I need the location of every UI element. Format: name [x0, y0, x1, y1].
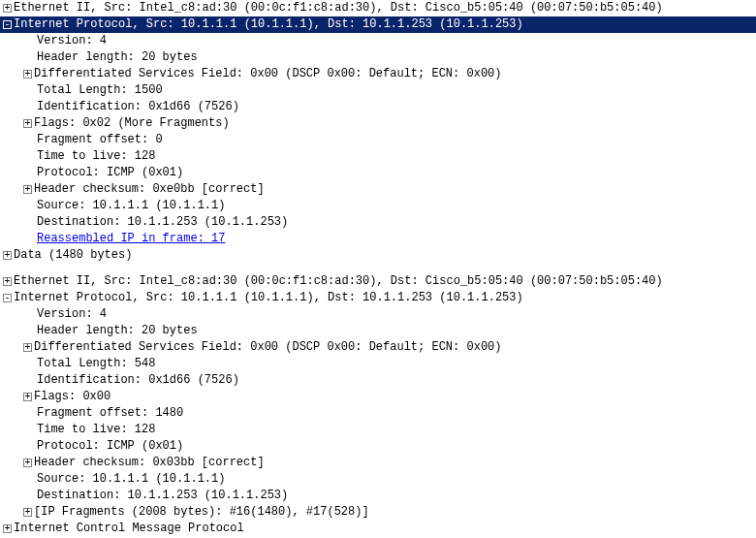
packet-details-pane: + Ethernet II, Src: Intel_c8:ad:30 (00:0… [0, 0, 756, 537]
flags-field: Flags: 0x02 (More Fragments) [34, 115, 230, 132]
field-row[interactable]: Reassembled IP in frame: 17 [0, 231, 756, 247]
expand-icon[interactable]: + [3, 277, 12, 286]
field-row[interactable]: Protocol: ICMP (0x01) [0, 165, 756, 181]
expand-icon[interactable]: + [23, 343, 32, 352]
field-row[interactable]: + Header checksum: 0xe0bb [correct] [0, 181, 756, 198]
version-field: Version: 4 [37, 33, 107, 49]
field-row[interactable]: Header length: 20 bytes [0, 323, 756, 339]
field-row[interactable]: + Flags: 0x02 (More Fragments) [0, 115, 756, 132]
ttl-field: Time to live: 128 [37, 422, 155, 438]
fragment-offset-field: Fragment offset: 0 [37, 132, 163, 148]
ethernet-header-text: Ethernet II, Src: Intel_c8:ad:30 (00:0c:… [14, 273, 663, 290]
identification-field: Identification: 0x1d66 (7526) [37, 99, 239, 115]
fragments-field: [IP Fragments (2008 bytes): #16(1480), #… [34, 504, 369, 521]
expand-icon[interactable]: + [23, 508, 32, 517]
ip-header-text: Internet Protocol, Src: 10.1.1.1 (10.1.1… [14, 16, 523, 33]
total-length-field: Total Length: 1500 [37, 82, 163, 99]
field-row[interactable]: Time to live: 128 [0, 148, 756, 165]
total-length-field: Total Length: 548 [37, 356, 155, 372]
source-field: Source: 10.1.1.1 (10.1.1.1) [37, 198, 225, 214]
field-row[interactable]: Total Length: 1500 [0, 82, 756, 99]
field-row[interactable]: + Differentiated Services Field: 0x00 (D… [0, 339, 756, 356]
dsf-field: Differentiated Services Field: 0x00 (DSC… [34, 339, 501, 356]
version-field: Version: 4 [37, 306, 107, 323]
field-row[interactable]: Identification: 0x1d66 (7526) [0, 372, 756, 389]
header-length-field: Header length: 20 bytes [37, 323, 198, 339]
identification-field: Identification: 0x1d66 (7526) [37, 372, 239, 389]
ethernet-header-row[interactable]: + Ethernet II, Src: Intel_c8:ad:30 (00:0… [0, 273, 756, 290]
expand-icon[interactable]: + [3, 251, 12, 260]
destination-field: Destination: 10.1.1.253 (10.1.1.253) [37, 214, 288, 231]
icmp-header-row[interactable]: + Internet Control Message Protocol [0, 521, 756, 537]
field-row[interactable]: Version: 4 [0, 33, 756, 49]
field-row[interactable]: Header length: 20 bytes [0, 49, 756, 66]
field-row[interactable]: Fragment offset: 1480 [0, 405, 756, 422]
source-field: Source: 10.1.1.1 (10.1.1.1) [37, 471, 225, 488]
ip-header-row[interactable]: - Internet Protocol, Src: 10.1.1.1 (10.1… [0, 290, 756, 306]
flags-field: Flags: 0x00 [34, 389, 110, 405]
field-row[interactable]: Source: 10.1.1.1 (10.1.1.1) [0, 198, 756, 214]
expand-icon[interactable]: + [23, 119, 32, 128]
ethernet-header-row[interactable]: + Ethernet II, Src: Intel_c8:ad:30 (00:0… [0, 0, 756, 16]
ip-header-text: Internet Protocol, Src: 10.1.1.1 (10.1.1… [14, 290, 523, 306]
fragment-offset-field: Fragment offset: 1480 [37, 405, 183, 422]
field-row[interactable]: + Header checksum: 0x03bb [correct] [0, 455, 756, 471]
expand-icon[interactable]: + [3, 524, 12, 533]
data-header-row[interactable]: + Data (1480 bytes) [0, 247, 756, 264]
reassembled-link[interactable]: Reassembled IP in frame: 17 [37, 231, 225, 247]
protocol-field: Protocol: ICMP (0x01) [37, 165, 183, 181]
field-row[interactable]: + [IP Fragments (2008 bytes): #16(1480),… [0, 504, 756, 521]
header-length-field: Header length: 20 bytes [37, 49, 198, 66]
ttl-field: Time to live: 128 [37, 148, 155, 165]
collapse-icon[interactable]: - [3, 20, 12, 29]
expand-icon[interactable]: + [3, 4, 12, 13]
field-row[interactable]: Version: 4 [0, 306, 756, 323]
field-row[interactable]: + Differentiated Services Field: 0x00 (D… [0, 66, 756, 82]
expand-icon[interactable]: + [23, 185, 32, 194]
protocol-field: Protocol: ICMP (0x01) [37, 438, 183, 455]
data-header-text: Data (1480 bytes) [14, 247, 132, 264]
expand-icon[interactable]: + [23, 393, 32, 401]
dsf-field: Differentiated Services Field: 0x00 (DSC… [34, 66, 501, 82]
checksum-field: Header checksum: 0x03bb [correct] [34, 455, 265, 471]
field-row[interactable]: Source: 10.1.1.1 (10.1.1.1) [0, 471, 756, 488]
field-row[interactable]: Total Length: 548 [0, 356, 756, 372]
ethernet-header-text: Ethernet II, Src: Intel_c8:ad:30 (00:0c:… [14, 0, 663, 16]
field-row[interactable]: Identification: 0x1d66 (7526) [0, 99, 756, 115]
field-row[interactable]: Destination: 10.1.1.253 (10.1.1.253) [0, 488, 756, 504]
checksum-field: Header checksum: 0xe0bb [correct] [34, 181, 265, 198]
destination-field: Destination: 10.1.1.253 (10.1.1.253) [37, 488, 288, 504]
collapse-icon[interactable]: - [3, 294, 12, 302]
field-row[interactable]: Protocol: ICMP (0x01) [0, 438, 756, 455]
separator [0, 264, 756, 273]
ip-header-row-selected[interactable]: - Internet Protocol, Src: 10.1.1.1 (10.1… [0, 16, 756, 33]
field-row[interactable]: Time to live: 128 [0, 422, 756, 438]
expand-icon[interactable]: + [23, 70, 32, 79]
icmp-header-text: Internet Control Message Protocol [14, 521, 244, 537]
field-row[interactable]: Destination: 10.1.1.253 (10.1.1.253) [0, 214, 756, 231]
field-row[interactable]: Fragment offset: 0 [0, 132, 756, 148]
field-row[interactable]: + Flags: 0x00 [0, 389, 756, 405]
expand-icon[interactable]: + [23, 459, 32, 467]
